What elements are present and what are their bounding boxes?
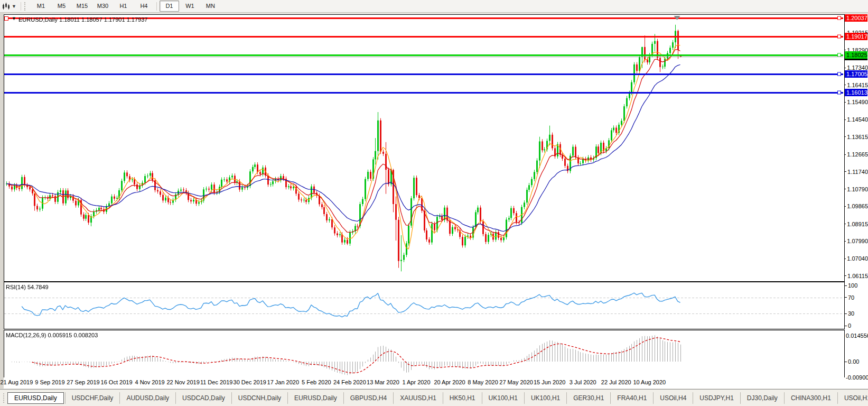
application-window: ▼ M1M5M15M30H1H4 D1W1MN ▼ EURUSD,Daily 1… xyxy=(0,0,868,406)
price-tick-label: 1.16415 xyxy=(845,81,868,89)
tab-eurusd-daily[interactable]: EURUSD,Daily xyxy=(7,392,64,404)
tab-usdchf-daily[interactable]: USDCHF,Daily xyxy=(65,392,120,404)
macd-indicator-panel: MACD(12,26,9) 0.005915 0.008203 xyxy=(4,330,845,378)
tab-usdcnh-daily[interactable]: USDCNH,Daily xyxy=(231,392,287,404)
price-tick-label: 1.13615 xyxy=(845,133,868,141)
toolbar-separator xyxy=(156,2,157,11)
date-tick-label: 11 Dec 2019 xyxy=(198,379,235,385)
rsi-label: RSI(14) 54.7849 xyxy=(6,284,49,290)
tab-ger30-h1[interactable]: GER30,H1 xyxy=(566,392,610,404)
tabbar-drag-grip[interactable] xyxy=(3,393,4,403)
macd-tick-label: 0.014556 xyxy=(845,332,868,339)
date-tick-label: 17 Jan 2020 xyxy=(265,379,302,385)
chart-tabs: EURUSD,DailyUSDCHF,DailyAUDUSD,DailyUSDC… xyxy=(6,392,868,404)
price-tick-label: 1.15490 xyxy=(845,98,868,106)
macd-tick-label: -0.009001 xyxy=(845,374,868,381)
trendline-handle[interactable] xyxy=(4,16,8,21)
tick-mark xyxy=(845,85,846,85)
tab-usoil-h4[interactable]: USOil,H4 xyxy=(653,392,693,404)
price-tick-label: 1.08915 xyxy=(845,220,868,228)
tab-audusd-daily[interactable]: AUDUSD,Daily xyxy=(119,392,175,404)
tab-xauusd-h1[interactable]: XAUUSD,H1 xyxy=(393,392,443,404)
date-tick-label: 22 Jul 2020 xyxy=(598,379,634,385)
tick-mark xyxy=(845,119,846,120)
toolbar-separator xyxy=(21,2,21,11)
chart-title: EURUSD,Daily 1.18011 1.18057 1.17901 1.1… xyxy=(18,16,147,23)
chevron-down-icon[interactable]: ▼ xyxy=(12,4,16,9)
price-tick-label: 1.07990 xyxy=(845,237,868,245)
tick-mark xyxy=(845,171,846,172)
timeframe-group-daily: D1W1MN xyxy=(159,1,221,12)
price-chart-panel: ▼ EURUSD,Daily 1.18011 1.18057 1.17901 1… xyxy=(4,14,845,282)
timeframe-button-w1[interactable]: W1 xyxy=(180,1,200,12)
date-tick-label: 3 Jul 2020 xyxy=(564,379,601,385)
hline-price-label: 1.17005 xyxy=(845,70,867,78)
date-tick-label: 8 May 2020 xyxy=(464,379,501,385)
tab-china300-h1[interactable]: CHINA300,H1 xyxy=(784,392,837,404)
timeframe-button-h4[interactable]: H4 xyxy=(134,1,154,12)
timeframe-group-intraday: M1M5M15M30H1H4 xyxy=(31,1,154,12)
date-tick-label: 15 Jun 2020 xyxy=(531,379,568,385)
macd-canvas[interactable] xyxy=(4,330,843,376)
hline-price-label: 1.16013 xyxy=(845,89,867,96)
chart-indicator-icon[interactable] xyxy=(1,2,12,11)
timeframe-button-h1[interactable]: H1 xyxy=(114,1,133,12)
hline-price-label: 1.19017 xyxy=(845,33,867,40)
date-tick-label: 9 Sep 2019 xyxy=(31,379,68,385)
timeframe-button-mn[interactable]: MN xyxy=(201,1,220,12)
tick-mark xyxy=(845,362,847,362)
date-tick-label: 24 Feb 2020 xyxy=(331,379,368,385)
tab-usoil-h1[interactable]: USOil,H1 xyxy=(837,392,868,404)
timeframe-button-d1[interactable]: D1 xyxy=(160,1,179,12)
date-tick-label: 30 Dec 2019 xyxy=(231,379,268,385)
tick-mark xyxy=(845,136,846,137)
tab-fra40-h1[interactable]: FRA40,H1 xyxy=(610,392,653,404)
price-tick-label: 1.11740 xyxy=(845,168,868,176)
tick-mark xyxy=(845,206,846,207)
date-tick-label: 5 Feb 2020 xyxy=(298,379,335,385)
tick-mark xyxy=(845,285,847,286)
tick-mark xyxy=(845,50,846,50)
tick-mark xyxy=(845,224,846,224)
price-tick-label: 1.07040 xyxy=(845,255,868,262)
tab-gbpusd-h4[interactable]: GBPUSD,H4 xyxy=(343,392,393,404)
date-tick-label: 16 Oct 2019 xyxy=(98,379,135,385)
tab-usdjpy-h1[interactable]: USDJPY,H1 xyxy=(693,392,740,404)
tick-mark xyxy=(845,68,846,68)
tab-uk100-h1[interactable]: UK100,H1 xyxy=(524,392,566,404)
date-tick-label: 22 Nov 2019 xyxy=(165,379,202,385)
price-chart-canvas[interactable] xyxy=(4,15,843,280)
price-scale[interactable]: 1.192151.182901.173401.164151.154901.145… xyxy=(845,14,868,377)
tick-mark xyxy=(845,313,847,314)
timeframe-toolbar: ▼ M1M5M15M30H1H4 D1W1MN xyxy=(0,0,868,13)
rsi-indicator-panel: RSI(14) 54.7849 xyxy=(4,282,845,329)
timeframe-button-m15[interactable]: M15 xyxy=(72,1,92,12)
rsi-tick-label: 0 xyxy=(845,322,868,329)
tab-eurusd-daily[interactable]: EURUSD,Daily xyxy=(287,392,343,404)
rsi-canvas[interactable] xyxy=(4,282,843,328)
price-tick-label: 1.14540 xyxy=(845,116,868,123)
chart-tab-bar: EURUSD,DailyUSDCHF,DailyAUDUSD,DailyUSDC… xyxy=(0,389,868,406)
timeframe-button-m30[interactable]: M30 xyxy=(93,1,113,12)
tick-mark xyxy=(845,189,846,189)
tab-uk100-h1[interactable]: UK100,H1 xyxy=(482,392,524,404)
timeframe-button-m1[interactable]: M1 xyxy=(31,1,51,12)
price-tick-label: 1.09865 xyxy=(845,202,868,210)
macd-tick-label: 0.00 xyxy=(845,358,868,365)
tick-mark xyxy=(845,297,847,298)
hline-price-label: 1.20037 xyxy=(845,14,867,22)
price-tick-label: 1.12665 xyxy=(845,151,868,158)
date-tick-label: 10 Aug 2020 xyxy=(631,379,668,385)
tab-hk50-h1[interactable]: HK50,H1 xyxy=(443,392,482,404)
date-tick-label: 21 Aug 2019 xyxy=(0,379,35,385)
date-tick-label: 20 Apr 2020 xyxy=(431,379,468,385)
macd-label: MACD(12,26,9) 0.005915 0.008203 xyxy=(6,332,98,338)
tab-dj30-daily[interactable]: DJ30,Daily xyxy=(740,392,784,404)
date-tick-label: 27 May 2020 xyxy=(498,379,535,385)
toolbar-drag-grip[interactable] xyxy=(24,2,27,11)
tab-usdcad-daily[interactable]: USDCAD,Daily xyxy=(175,392,231,404)
timeframe-button-m5[interactable]: M5 xyxy=(52,1,71,12)
date-tick-label: 1 Apr 2020 xyxy=(398,379,435,385)
date-axis[interactable]: 21 Aug 20199 Sep 201927 Sep 201916 Oct 2… xyxy=(4,377,845,389)
tick-mark xyxy=(845,154,846,155)
